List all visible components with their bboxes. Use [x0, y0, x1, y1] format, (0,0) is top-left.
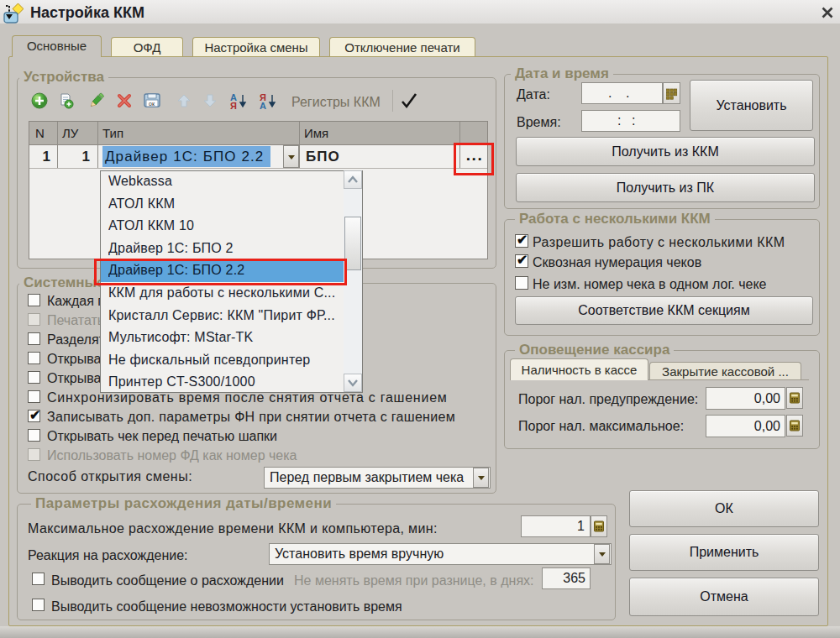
svg-text:А: А [260, 101, 266, 110]
svg-text:Я: Я [230, 101, 237, 110]
svg-text:ок: ок [149, 101, 155, 107]
